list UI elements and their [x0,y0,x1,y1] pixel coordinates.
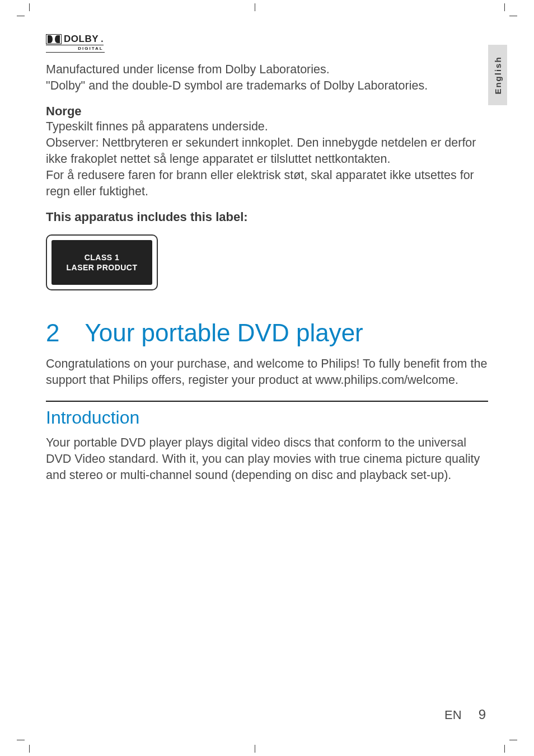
page-footer: EN 9 [444,707,486,722]
footer-lang: EN [444,708,462,722]
chapter-body: Congratulations on your purchase, and we… [46,356,488,388]
chapter-title: Your portable DVD player [85,319,363,346]
dolby-brand-text: DOLBY [64,34,99,45]
section-rule [46,401,488,402]
introduction-body: Your portable DVD player plays digital v… [46,435,488,483]
label-intro-heading: This apparatus includes this label: [46,210,488,224]
laser-line1: CLASS 1 [85,252,120,262]
footer-page-number: 9 [479,707,486,722]
language-tab: English [488,45,507,105]
introduction-heading: Introduction [46,407,488,428]
dolby-double-d-icon [46,34,62,44]
crop-mark [504,3,505,11]
crop-mark [255,3,255,11]
laser-label-badge: CLASS 1 LASER PRODUCT [46,234,158,290]
crop-mark [17,740,25,740]
dolby-logo: DOLBY. DIGITAL [46,34,105,53]
page-content: English DOLBY. DIGITAL Manufactured unde… [46,34,488,722]
dolby-digital-text: DIGITAL [46,45,104,51]
chapter-number: 2 [46,320,78,346]
chapter-heading: 2 Your portable DVD player [46,320,488,346]
dolby-license-text: Manufactured under license from Dolby La… [46,62,488,94]
crop-mark [504,745,505,753]
language-tab-label: English [493,56,503,94]
crop-mark [255,745,255,753]
laser-line2: LASER PRODUCT [66,262,137,273]
crop-mark [17,16,25,16]
crop-mark [29,745,30,753]
crop-mark [509,740,517,740]
crop-mark [29,3,30,11]
norge-body: Typeskilt finnes på apparatens underside… [46,119,488,200]
norge-heading: Norge [46,104,488,119]
crop-mark [509,16,517,16]
